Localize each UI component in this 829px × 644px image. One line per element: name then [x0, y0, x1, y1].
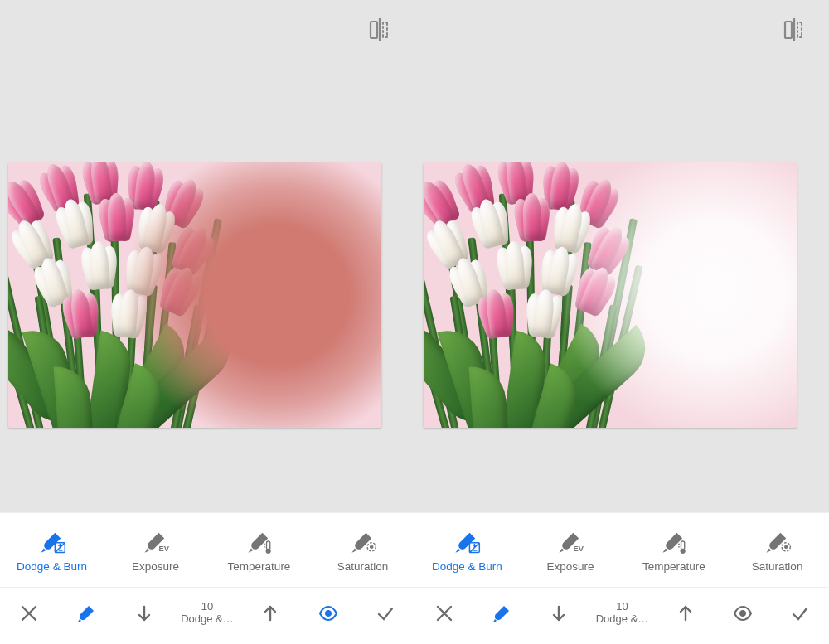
- toggle-preview-button[interactable]: [299, 603, 356, 623]
- confirm-button[interactable]: [357, 603, 414, 623]
- value-caption: Dodge &…: [596, 613, 649, 625]
- decrease-value-button[interactable]: [531, 603, 588, 623]
- canvas-area: [0, 0, 414, 512]
- confirm-button[interactable]: [772, 603, 829, 623]
- tool-selector-row: Dodge & Burn Exposure Temperature Satura…: [0, 512, 414, 587]
- tool-label: Dodge & Burn: [432, 560, 502, 573]
- tool-saturation[interactable]: Saturation: [725, 513, 829, 587]
- tool-label: Exposure: [547, 560, 594, 573]
- value-display[interactable]: 10 Dodge &…: [588, 601, 657, 625]
- increase-value-button[interactable]: [242, 603, 299, 623]
- image-canvas[interactable]: [424, 162, 797, 428]
- tool-dodge-and-burn[interactable]: Dodge & Burn: [415, 513, 519, 587]
- toggle-preview-button[interactable]: [714, 603, 771, 623]
- tool-exposure[interactable]: Exposure: [104, 513, 207, 587]
- tool-temperature[interactable]: Temperature: [207, 513, 311, 587]
- canvas-area: [415, 0, 829, 512]
- tool-label: Temperature: [642, 560, 705, 573]
- brush-tool-button[interactable]: [57, 603, 114, 623]
- photo-content-tulips: [8, 162, 216, 428]
- tool-label: Dodge & Burn: [17, 560, 87, 573]
- tool-exposure[interactable]: Exposure: [519, 513, 623, 587]
- value-number: 10: [616, 601, 628, 613]
- compare-before-after-icon[interactable]: [368, 18, 391, 41]
- tool-saturation[interactable]: Saturation: [311, 513, 414, 587]
- tool-label: Saturation: [752, 560, 803, 573]
- value-number: 10: [201, 601, 213, 613]
- tool-label: Saturation: [337, 560, 389, 573]
- tool-selector-row: Dodge & Burn Exposure Temperature Satura…: [415, 512, 829, 587]
- action-bar: 10 Dodge &…: [0, 587, 414, 638]
- compare-before-after-icon[interactable]: [783, 18, 806, 41]
- tool-label: Temperature: [228, 560, 291, 573]
- editor-panel-left: Dodge & Burn Exposure Temperature Satura…: [0, 0, 414, 644]
- value-caption: Dodge &…: [181, 613, 234, 625]
- image-canvas[interactable]: [8, 162, 381, 428]
- photo-content-tulips: [424, 162, 631, 428]
- brush-tool-button[interactable]: [473, 603, 530, 623]
- value-display[interactable]: 10 Dodge &…: [172, 601, 241, 625]
- tool-temperature[interactable]: Temperature: [623, 513, 726, 587]
- action-bar: 10 Dodge &…: [415, 587, 829, 638]
- tool-dodge-and-burn[interactable]: Dodge & Burn: [0, 513, 104, 587]
- close-button[interactable]: [0, 603, 57, 623]
- increase-value-button[interactable]: [657, 603, 714, 623]
- close-button[interactable]: [415, 603, 473, 623]
- tool-label: Exposure: [132, 560, 179, 573]
- editor-panel-right: Dodge & Burn Exposure Temperature Satura…: [414, 0, 829, 644]
- decrease-value-button[interactable]: [115, 603, 172, 623]
